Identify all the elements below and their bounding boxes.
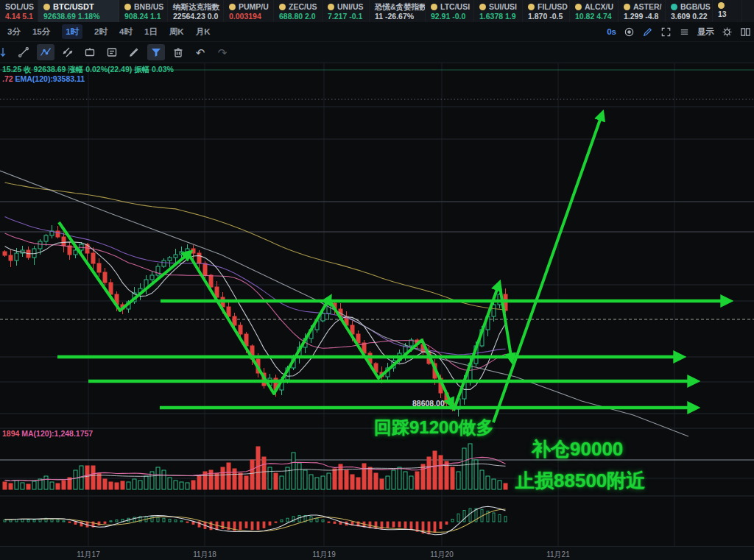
ticker-price: 0.003194 bbox=[229, 12, 269, 21]
ticker-price: 1.870 -0.5 bbox=[528, 12, 566, 21]
annotation-stop-88500[interactable]: 止损88500附近 bbox=[515, 468, 645, 494]
timeframe-button[interactable]: 周K bbox=[169, 26, 184, 38]
ticker-name: BNB/US bbox=[134, 2, 163, 11]
timeframe-bar: 3分15分1时2时4时1日周K月K 0s显示 bbox=[0, 22, 754, 42]
ticker-name: 恐慌&贪婪指数 bbox=[375, 2, 426, 11]
candles-layer bbox=[3, 225, 507, 417]
ticker-price: 7.217 -0.1 bbox=[328, 12, 365, 21]
annotation-add-90000[interactable]: 补仓90000 bbox=[532, 436, 623, 462]
coin-icon bbox=[718, 2, 725, 9]
timeframe-button[interactable]: 4时 bbox=[119, 26, 133, 38]
ticker-name: UNI/US bbox=[337, 2, 364, 11]
macd-layer bbox=[4, 506, 507, 534]
low-price-label: 88608.00 bbox=[412, 399, 445, 408]
camera-icon[interactable] bbox=[624, 26, 635, 38]
ticker-item[interactable]: ALCX/U10.82 4.74 bbox=[570, 0, 619, 22]
ticker-item[interactable]: BNB/US908.24 1.1 bbox=[119, 0, 168, 22]
zigzag-tool-icon[interactable] bbox=[37, 44, 54, 60]
ticker-item[interactable]: SOL/US4.14 5.1 bbox=[0, 0, 38, 22]
ticker-item[interactable]: LTC/USI92.91 -0.0 bbox=[426, 0, 474, 22]
ticker-price: 11 -26.67% bbox=[375, 12, 421, 21]
expand-icon[interactable] bbox=[660, 26, 672, 38]
ticker-price: 4.14 5.1 bbox=[5, 12, 34, 21]
list-icon[interactable] bbox=[679, 26, 690, 38]
axis-date-label: 11月18 bbox=[193, 550, 216, 560]
ticker-name: BTC/USDT bbox=[53, 2, 94, 11]
undo-tool-icon[interactable]: ↶ bbox=[191, 44, 209, 60]
funnel-tool-icon[interactable] bbox=[147, 44, 165, 60]
timeframe-button[interactable]: 1日 bbox=[144, 26, 158, 38]
ticker-price: 22564.23 0.0 bbox=[173, 12, 219, 21]
note-tool-icon[interactable] bbox=[103, 44, 121, 60]
ticker-item[interactable]: FIL/USD1.870 -0.5 bbox=[523, 0, 570, 22]
ticker-symbol: ASTER/ bbox=[624, 2, 661, 11]
ticker-item[interactable]: SUI/USI1.6378 1.9 bbox=[474, 0, 523, 22]
ticker-symbol: BNB/US bbox=[124, 2, 163, 11]
display-menu[interactable]: 显示 bbox=[697, 26, 714, 38]
replay-timer[interactable]: 0s bbox=[607, 27, 616, 36]
ticker-price: 10.82 4.74 bbox=[575, 12, 614, 21]
ticker-price: 13 bbox=[718, 10, 738, 18]
timeframe-button[interactable]: 3分 bbox=[7, 26, 21, 38]
trend-arrow[interactable] bbox=[328, 299, 452, 405]
annotation-entry-91200[interactable]: 回踩91200做多 bbox=[374, 416, 494, 439]
ticker-symbol: LTC/USI bbox=[431, 2, 470, 11]
ticker-item[interactable]: ASTER/1.299 -4.8 bbox=[619, 0, 666, 22]
coin-icon bbox=[528, 4, 535, 10]
ticker-name: SUI/USI bbox=[489, 2, 517, 11]
edit-pen-icon[interactable] bbox=[642, 26, 653, 38]
ticker-price: 1.299 -4.8 bbox=[624, 12, 661, 21]
brush-tool-icon[interactable] bbox=[125, 44, 143, 60]
ticker-item[interactable]: ZEC/US688.80 2.0 bbox=[274, 0, 323, 22]
trend-arrow[interactable] bbox=[493, 113, 602, 422]
timeframe-button[interactable]: 2时 bbox=[94, 26, 108, 38]
ticker-item[interactable]: 纳斯达克指数22564.23 0.0 bbox=[168, 0, 224, 22]
ticker-item[interactable]: 恐慌&贪婪指数11 -26.67% bbox=[370, 0, 426, 22]
axis-date-label: 11月19 bbox=[312, 550, 336, 560]
time-axis[interactable]: 11月1711月1811月1911月2011月21 bbox=[0, 546, 754, 560]
ticker-symbol: ALCX/U bbox=[575, 2, 614, 11]
ticker-price: 1.6378 1.9 bbox=[479, 12, 518, 21]
panels-icon[interactable] bbox=[740, 26, 751, 38]
trading-app: SOL/US4.14 5.1BTC/USDT92638.69 1.18%BNB/… bbox=[0, 0, 754, 560]
ticker-symbol: 纳斯达克指数 bbox=[173, 2, 219, 11]
axis-date-label: 11月20 bbox=[430, 550, 454, 560]
ticker-name: BGB/US bbox=[680, 2, 711, 11]
coin-icon bbox=[124, 4, 131, 10]
chart-tools-right: 0s显示 bbox=[607, 22, 753, 41]
ticker-price: 908.24 1.1 bbox=[124, 12, 163, 21]
timeframe-button[interactable]: 月K bbox=[196, 26, 211, 38]
ticker-item[interactable]: BGB/US3.609 0.22 bbox=[666, 0, 713, 22]
coin-icon bbox=[624, 4, 630, 10]
posbox-tool-icon[interactable] bbox=[81, 44, 99, 60]
coin-icon bbox=[479, 4, 486, 10]
axis-date-label: 11月21 bbox=[546, 550, 570, 560]
ticker-symbol: BTC/USDT bbox=[43, 2, 115, 11]
trash-tool-icon[interactable] bbox=[169, 44, 187, 60]
cursor-tool-icon[interactable] bbox=[0, 44, 10, 60]
axis-date-label: 11月17 bbox=[77, 550, 100, 560]
ticker-price: 688.80 2.0 bbox=[279, 12, 318, 21]
timeframe-button[interactable]: 1时 bbox=[62, 24, 82, 39]
timeframe-button[interactable]: 15分 bbox=[32, 26, 50, 38]
channel-tool-icon[interactable] bbox=[59, 44, 77, 60]
ticker-name: PUMP/U bbox=[239, 2, 269, 11]
ticker-symbol: ZEC/US bbox=[279, 2, 318, 11]
chart-area: 15.25 收 92638.69 涨幅 0.02%(22.49) 振幅 0.03… bbox=[0, 63, 754, 546]
ticker-item[interactable]: 13 bbox=[713, 0, 742, 22]
ticker-item[interactable]: UNI/US7.217 -0.1 bbox=[323, 0, 370, 22]
ticker-price: 92.91 -0.0 bbox=[431, 12, 470, 21]
ticker-price: 3.609 0.22 bbox=[671, 12, 708, 21]
ticker-name: SOL/US bbox=[5, 2, 34, 11]
ticker-bar: SOL/US4.14 5.1BTC/USDT92638.69 1.18%BNB/… bbox=[0, 0, 754, 22]
ticker-item[interactable]: PUMP/U0.003194 bbox=[224, 0, 274, 22]
gear-icon[interactable] bbox=[722, 26, 733, 38]
ticker-name: 纳斯达克指数 bbox=[173, 2, 219, 11]
ticker-name: LTC/USI bbox=[440, 2, 470, 11]
ticker-symbol: SOL/US bbox=[5, 2, 34, 11]
coin-icon bbox=[279, 4, 286, 10]
redo-tool-icon[interactable]: ↷ bbox=[214, 44, 231, 60]
segment-tool-icon[interactable] bbox=[15, 44, 32, 60]
ticker-symbol: SUI/USI bbox=[479, 2, 518, 11]
ticker-item[interactable]: BTC/USDT92638.69 1.18% bbox=[38, 0, 119, 22]
